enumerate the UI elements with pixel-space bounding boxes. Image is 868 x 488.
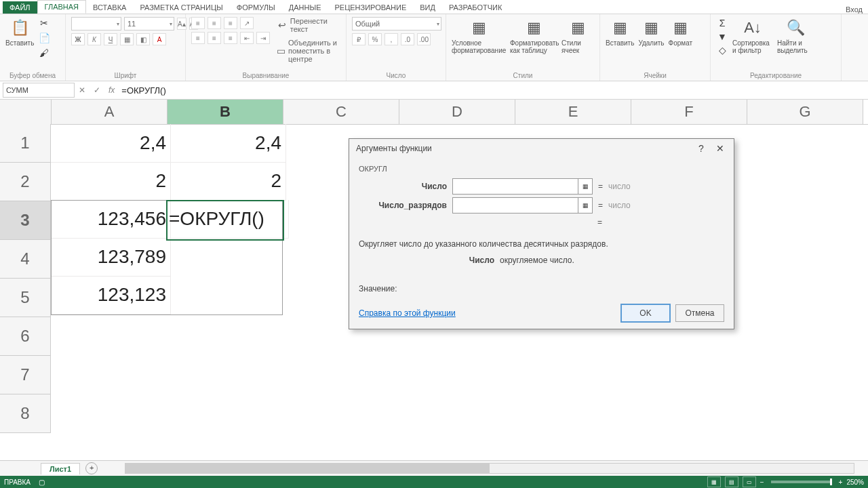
tab-file[interactable]: ФАЙЛ (3, 1, 37, 14)
sheet-tab-1[interactable]: Лист1 (41, 463, 80, 474)
comma-button[interactable]: , (384, 33, 398, 45)
formula-input[interactable] (119, 85, 868, 96)
sort-filter-button[interactable]: A↓Сортировка и фильтр (732, 17, 773, 54)
dialog-titlebar[interactable]: Аргументы функции ? ✕ (349, 139, 734, 158)
row-header-5[interactable]: 5 (0, 279, 51, 317)
underline-button[interactable]: Ч (104, 33, 117, 45)
zoom-in-button[interactable]: + (839, 479, 843, 486)
row-header-2[interactable]: 2 (0, 163, 51, 201)
borders-button[interactable]: ▦ (120, 33, 134, 45)
tab-data[interactable]: ДАННЫЕ (282, 1, 328, 14)
col-header-F[interactable]: F (631, 100, 747, 124)
orientation-button[interactable]: ↗ (240, 17, 254, 29)
horizontal-scrollbar[interactable] (125, 463, 854, 474)
enter-formula-button[interactable]: ✓ (90, 85, 104, 95)
function-help-link[interactable]: Справка по этой функции (359, 308, 456, 318)
delete-cells-button[interactable]: ▦Удалить (638, 17, 664, 47)
merge-button[interactable]: ▭Объединить и поместить в центре (277, 39, 340, 63)
row-header-1[interactable]: 1 (0, 124, 51, 163)
zoom-out-button[interactable]: − (760, 479, 764, 486)
align-center-button[interactable]: ≡ (208, 32, 221, 44)
currency-button[interactable]: ₽ (352, 33, 366, 45)
autosum-icon[interactable]: Σ (716, 17, 728, 29)
view-normal-button[interactable]: ▦ (707, 476, 721, 487)
cell-B2[interactable]: 2 (166, 162, 286, 201)
col-header-D[interactable]: D (399, 100, 515, 124)
col-header-B[interactable]: B (167, 100, 283, 124)
row-header-3[interactable]: 3 (0, 201, 51, 240)
align-bottom-button[interactable]: ≡ (224, 17, 237, 29)
cancel-button[interactable]: Отмена (675, 304, 724, 322)
arg2-input[interactable] (452, 197, 578, 214)
align-right-button[interactable]: ≡ (224, 32, 237, 44)
zoom-slider[interactable] (771, 481, 832, 483)
cell-styles-button[interactable]: ▦Стили ячеек (561, 17, 594, 54)
italic-button[interactable]: К (87, 33, 101, 45)
row-header-4[interactable]: 4 (0, 240, 51, 279)
col-header-E[interactable]: E (515, 100, 631, 124)
fill-color-button[interactable]: ◧ (136, 33, 150, 45)
arg2-ref-button[interactable]: ▦ (578, 197, 593, 214)
add-sheet-button[interactable]: + (85, 462, 98, 474)
indent-dec-button[interactable]: ⇤ (240, 32, 254, 44)
cell-A1[interactable]: 2,4 (51, 124, 171, 163)
view-pagebreak-button[interactable]: ▭ (743, 476, 756, 487)
number-format-combo[interactable]: Общий (352, 17, 441, 30)
conditional-format-button[interactable]: ▦Условное форматирование (452, 17, 506, 54)
align-top-button[interactable]: ≡ (191, 17, 205, 29)
wrap-text-button[interactable]: ↩Перенести текст (277, 17, 340, 33)
dialog-help-button[interactable]: ? (692, 141, 711, 156)
row-header-7[interactable]: 7 (0, 356, 51, 394)
sheet-tab-bar: Лист1 + (0, 460, 868, 476)
indent-inc-button[interactable]: ⇥ (256, 32, 270, 44)
select-all-corner[interactable] (0, 100, 52, 124)
tab-view[interactable]: ВИД (413, 1, 442, 14)
col-header-C[interactable]: C (283, 100, 399, 124)
view-layout-button[interactable]: ▤ (725, 476, 738, 487)
arg1-input[interactable] (452, 178, 578, 195)
clear-icon[interactable]: ◇ (716, 44, 728, 56)
align-middle-button[interactable]: ≡ (208, 17, 221, 29)
grow-font-button[interactable]: A▴ (177, 18, 186, 30)
tab-review[interactable]: РЕЦЕНЗИРОВАНИЕ (328, 1, 413, 14)
fx-icon[interactable]: fx (104, 85, 119, 95)
format-cells-button[interactable]: ▦Формат (669, 17, 693, 47)
col-header-G[interactable]: G (747, 100, 863, 124)
bold-button[interactable]: Ж (71, 33, 85, 45)
insert-cells-button[interactable]: ▦Вставить (606, 17, 634, 47)
decrease-decimal-button[interactable]: .00 (417, 33, 431, 45)
dialog-title: Аргументы функции (356, 144, 432, 153)
tab-home[interactable]: ГЛАВНАЯ (37, 0, 86, 14)
cell-B1[interactable]: 2,4 (166, 124, 286, 163)
row-header-8[interactable]: 8 (0, 394, 51, 433)
font-size-combo[interactable]: 11 (124, 17, 174, 30)
tab-layout[interactable]: РАЗМЕТКА СТРАНИЦЫ (133, 1, 229, 14)
percent-button[interactable]: % (368, 33, 382, 45)
painter-icon[interactable]: 🖌 (38, 47, 50, 59)
cell-A2[interactable]: 2 (51, 162, 171, 201)
paste-button[interactable]: 📋 Вставить (5, 17, 34, 47)
name-box[interactable]: СУММ (3, 83, 75, 98)
cut-icon[interactable]: ✂ (38, 17, 50, 29)
tab-formulas[interactable]: ФОРМУЛЫ (230, 1, 282, 14)
col-header-A[interactable]: A (52, 100, 167, 124)
font-name-combo[interactable] (71, 17, 121, 30)
login-link[interactable]: Вход (846, 5, 863, 14)
find-select-button[interactable]: 🔍Найти и выделить (777, 17, 814, 54)
align-left-button[interactable]: ≡ (191, 32, 205, 44)
increase-decimal-button[interactable]: .0 (401, 33, 414, 45)
format-table-button[interactable]: ▦Форматировать как таблицу (510, 17, 557, 54)
row-header-6[interactable]: 6 (0, 317, 51, 356)
font-color-button[interactable]: A (153, 33, 166, 45)
ok-button[interactable]: OK (621, 304, 670, 322)
fill-icon[interactable]: ▼ (716, 30, 728, 43)
zoom-level[interactable]: 250% (846, 479, 864, 486)
arg1-ref-button[interactable]: ▦ (578, 178, 593, 195)
cancel-formula-button[interactable]: ✕ (75, 85, 90, 95)
dialog-close-button[interactable]: ✕ (711, 141, 730, 156)
macro-record-icon[interactable]: ▢ (39, 479, 45, 486)
status-mode: ПРАВКА (4, 479, 31, 486)
tab-developer[interactable]: РАЗРАБОТЧИК (442, 1, 509, 14)
tab-insert[interactable]: ВСТАВКА (86, 1, 133, 14)
copy-icon[interactable]: 📄 (38, 32, 50, 44)
